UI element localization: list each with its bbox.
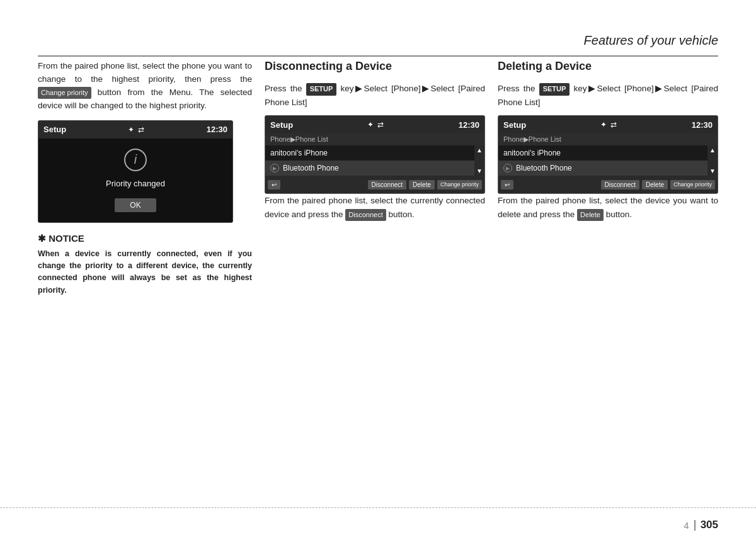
back-button-middle[interactable]: ↩	[268, 180, 280, 189]
list-item: anitooni's iPhone	[265, 145, 474, 161]
scroll-down-icon[interactable]: ▼	[476, 167, 483, 174]
arrow-icon-middle: ⇄	[377, 120, 384, 129]
notice-text: When a device is currently connected, ev…	[38, 248, 252, 297]
page-number-text: 305	[701, 519, 718, 531]
delete-badge: Delete	[577, 209, 604, 222]
header-title: Features of your vehicle	[584, 33, 718, 52]
middle-body-text: From the paired phone list, select the c…	[265, 194, 485, 221]
scroll-bar-right[interactable]: ▲ ▼	[707, 145, 718, 176]
list-item-bt-right[interactable]: ▶ Bluetooth Phone	[498, 161, 707, 176]
screen-topbar: Setup ✦ ⇄ 12:30	[38, 121, 232, 138]
right-body-text: From the paired phone list, select the d…	[498, 194, 718, 221]
screen-with-scroll-right: anitooni's iPhone ▶ Bluetooth Phone ▲ ▼	[498, 145, 718, 176]
change-priority-button-right[interactable]: Change priority	[670, 180, 715, 189]
topbar-icons: ✦ ⇄	[128, 125, 144, 134]
change-priority-button-middle[interactable]: Change priority	[437, 180, 482, 189]
left-column: From the paired phone list, select the p…	[38, 60, 252, 504]
phone-list-items-right: anitooni's iPhone ▶ Bluetooth Phone	[498, 145, 707, 176]
disconnecting-title: Disconnecting a Device	[265, 60, 485, 73]
info-icon: i	[124, 149, 147, 171]
breadcrumb-middle: Phone▶Phone List	[265, 133, 484, 145]
screen-topbar-middle: Setup ✦ ⇄ 12:30	[265, 116, 484, 133]
left-paragraph: From the paired phone list, select the p…	[38, 60, 252, 113]
page-header: Features of your vehicle	[0, 0, 756, 57]
change-priority-badge: Change priority	[38, 87, 91, 99]
play-icon-right: ▶	[503, 164, 512, 172]
screen-bottombar-right: ↩ Disconnect Delete Change priority	[498, 176, 718, 193]
screen-body: i Priority changed OK	[38, 138, 232, 222]
bluetooth-icon: ✦	[128, 125, 134, 134]
deleting-title: Deleting a Device	[498, 60, 718, 73]
chapter-number: 4	[684, 520, 695, 531]
screen-bottombar-middle: ↩ Disconnect Delete Change priority	[265, 176, 484, 193]
phone-list-screen-disconnect: Setup ✦ ⇄ 12:30 Phone▶Phone List anitoon…	[265, 115, 485, 194]
setup-screen-priority: Setup ✦ ⇄ 12:30 i Priority changed OK	[38, 120, 233, 223]
list-item-iphone-right: anitooni's iPhone	[498, 145, 707, 161]
right-column: Deleting a Device Press the SETUP key▶Se…	[498, 60, 718, 504]
time-middle: 12:30	[459, 120, 479, 130]
setup-badge-right: SETUP	[539, 83, 570, 96]
arrow-icon: ⇄	[138, 125, 144, 134]
disconnect-badge: Disconnect	[345, 209, 386, 222]
list-item-selected[interactable]: ▶ Bluetooth Phone	[265, 161, 474, 176]
disconnect-button-right[interactable]: Disconnect	[601, 180, 639, 189]
ok-button[interactable]: OK	[115, 198, 156, 212]
arrow-icon-right: ⇄	[610, 120, 617, 129]
bt-icon-right: ✦	[600, 120, 607, 129]
setup-label: Setup	[43, 125, 66, 134]
notice-section: ✱ NOTICE When a device is currently conn…	[38, 233, 252, 297]
setup-label-right: Setup	[503, 120, 526, 130]
page-number: 4 305	[684, 519, 718, 531]
priority-changed-text: Priority changed	[106, 179, 165, 188]
scroll-up-icon[interactable]: ▲	[476, 147, 483, 154]
right-intro-text: Press the SETUP key▶Select [Phone]▶Selec…	[498, 82, 718, 109]
back-button-right[interactable]: ↩	[501, 180, 513, 189]
screen-topbar-right: Setup ✦ ⇄ 12:30	[498, 116, 718, 133]
header-line	[38, 55, 718, 57]
scroll-up-icon-right[interactable]: ▲	[709, 147, 716, 154]
phone-list-items-middle: anitooni's iPhone ▶ Bluetooth Phone	[265, 145, 474, 176]
bt-icon-middle: ✦	[367, 120, 374, 129]
page-footer: 4 305	[0, 507, 756, 542]
disconnect-button-middle[interactable]: Disconnect	[368, 180, 406, 189]
scroll-down-icon-right[interactable]: ▼	[709, 167, 716, 174]
time-right: 12:30	[692, 120, 713, 130]
play-icon: ▶	[270, 164, 279, 172]
setup-badge-middle: SETUP	[306, 83, 337, 96]
middle-column: Disconnecting a Device Press the SETUP k…	[265, 60, 485, 504]
phone-list-screen-delete: Setup ✦ ⇄ 12:30 Phone▶Phone List anitoon…	[498, 115, 718, 194]
screen-with-scroll-middle: anitooni's iPhone ▶ Bluetooth Phone ▲ ▼	[265, 145, 484, 176]
breadcrumb-right: Phone▶Phone List	[498, 133, 718, 145]
setup-label-middle: Setup	[270, 120, 293, 130]
scroll-bar-middle[interactable]: ▲ ▼	[474, 145, 484, 176]
delete-button-middle[interactable]: Delete	[409, 180, 435, 189]
notice-title: ✱ NOTICE	[38, 233, 252, 244]
delete-button-right[interactable]: Delete	[642, 180, 668, 189]
main-content: From the paired phone list, select the p…	[38, 60, 718, 504]
screen-time: 12:30	[207, 125, 227, 134]
middle-intro-text: Press the SETUP key▶Select [Phone]▶Selec…	[265, 82, 485, 109]
